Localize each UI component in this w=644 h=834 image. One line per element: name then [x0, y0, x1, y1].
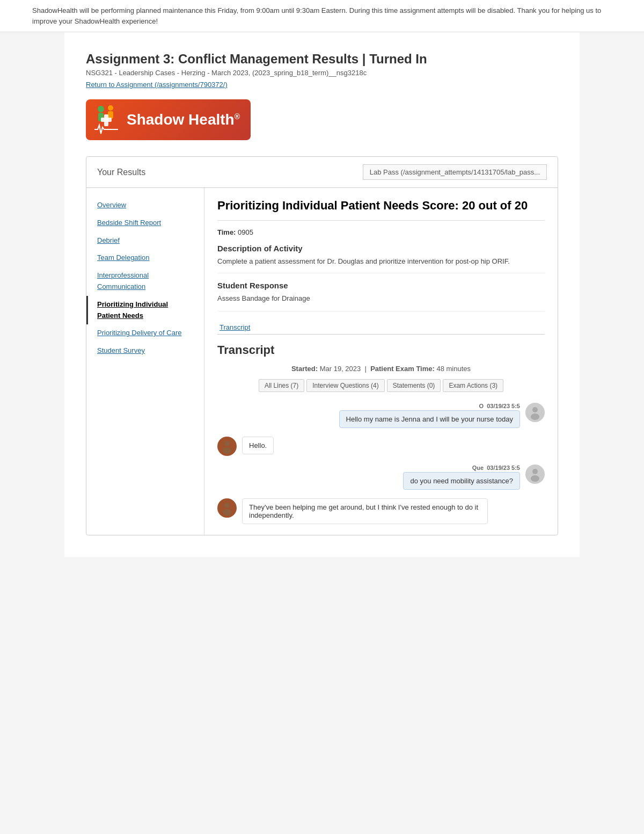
- svg-point-0: [98, 106, 104, 112]
- transcript-tab[interactable]: Transcript: [217, 320, 252, 335]
- filter-buttons: All Lines (7) Interview Questions (4) St…: [217, 379, 545, 392]
- student-timestamp-1: 03/19/23 5:5: [487, 403, 520, 409]
- sidebar-item-student-survey[interactable]: Student Survey: [86, 342, 204, 360]
- student-avatar-2: [525, 465, 545, 484]
- results-card: Your Results Lab Pass (/assignment_attem…: [86, 156, 558, 535]
- svg-point-8: [224, 441, 230, 446]
- results-header: Your Results Lab Pass (/assignment_attem…: [86, 157, 558, 188]
- transcript-meta: Started: Mar 19, 2023 | Patient Exam Tim…: [217, 365, 545, 373]
- student-o-label: O: [479, 403, 484, 409]
- course-subtitle: NSG321 - Leadership Cases - Herzing - Ma…: [86, 69, 558, 77]
- patient-bubble-wrapper-2: They've been helping me get around, but …: [242, 498, 488, 524]
- sidebar-item-team-delegation[interactable]: Team Delegation: [86, 249, 204, 267]
- chat-container: O 03/19/23 5:5 Hello my name is Jenna an…: [217, 403, 545, 524]
- lab-pass-link[interactable]: Lab Pass (/assignment_attempts/14131705/…: [363, 164, 547, 180]
- results-body: Overview Bedside Shift Report Debrief Te…: [86, 188, 558, 535]
- maintenance-banner: ShadowHealth will be performing planned …: [0, 0, 644, 32]
- patient-avatar-icon-1: [219, 439, 235, 454]
- student-timestamp-2: 03/19/23 5:5: [487, 465, 520, 471]
- logo-icon: [90, 104, 122, 136]
- patient-bubble-wrapper-1: Hello.: [242, 437, 274, 454]
- chat-row-student-1: O 03/19/23 5:5 Hello my name is Jenna an…: [217, 403, 545, 428]
- que-label: Que: [472, 465, 484, 471]
- patient-avatar-2: [217, 498, 237, 518]
- time-value: 0905: [238, 228, 253, 236]
- student-bubble-wrapper-1: O 03/19/23 5:5 Hello my name is Jenna an…: [339, 403, 520, 428]
- time-label-text: Time:: [217, 228, 236, 236]
- student-label-1: O 03/19/23 5:5: [479, 403, 520, 409]
- patient-chat-bubble-2: They've been helping me get around, but …: [242, 498, 488, 524]
- main-content-area: Prioritizing Individual Patient Needs Sc…: [204, 188, 558, 535]
- student-chat-bubble-1: Hello my name is Jenna and I will be you…: [339, 410, 520, 428]
- chat-row-patient-2: They've been helping me get around, but …: [217, 498, 545, 524]
- svg-point-9: [223, 447, 231, 454]
- patient-avatar-1: [217, 437, 237, 456]
- svg-point-7: [531, 414, 539, 420]
- exam-time-label: Patient Exam Time:: [370, 365, 435, 373]
- your-results-title: Your Results: [97, 168, 145, 177]
- student-response-title: Student Response: [217, 281, 545, 290]
- filter-exam-actions[interactable]: Exam Actions (3): [443, 379, 503, 392]
- svg-point-11: [531, 475, 539, 482]
- started-label: Started:: [291, 365, 318, 373]
- sidebar-item-bedside-shift-report[interactable]: Bedside Shift Report: [86, 214, 204, 232]
- assignment-title: Assignment 3: Conflict Management Result…: [86, 52, 558, 67]
- sidebar-item-overview[interactable]: Overview: [86, 197, 204, 214]
- student-avatar-1: [525, 403, 545, 422]
- svg-point-12: [224, 503, 230, 508]
- student-response-text: Assess Bandage for Drainage: [217, 294, 545, 311]
- logo-container: Shadow Health®: [86, 99, 558, 140]
- started-date: Mar 19, 2023: [320, 365, 361, 373]
- score-heading: Prioritizing Individual Patient Needs Sc…: [217, 199, 545, 221]
- student-bubble-wrapper-2: Que 03/19/23 5:5 do you need mobility as…: [403, 465, 520, 490]
- transcript-heading: Transcript: [217, 343, 545, 357]
- filter-interview-questions[interactable]: Interview Questions (4): [306, 379, 384, 392]
- filter-all-lines[interactable]: All Lines (7): [259, 379, 304, 392]
- description-activity-title: Description of Activity: [217, 244, 545, 253]
- svg-point-13: [223, 509, 231, 516]
- sidebar-item-prioritizing-individual-patient-needs[interactable]: Prioritizing Individual Patient Needs: [86, 296, 204, 325]
- sidebar-item-prioritizing-delivery-of-care[interactable]: Prioritizing Delivery of Care: [86, 324, 204, 342]
- return-to-assignment-link[interactable]: Return to Assignment (/assignments/79037…: [86, 81, 228, 89]
- student-label-2: Que 03/19/23 5:5: [472, 465, 520, 471]
- chat-row-patient-1: Hello.: [217, 437, 545, 456]
- maintenance-text: ShadowHealth will be performing planned …: [32, 6, 601, 25]
- exam-time-value: 48 minutes: [436, 365, 471, 373]
- patient-avatar-icon-2: [219, 501, 235, 516]
- student-chat-bubble-2: do you need mobility assistance?: [403, 472, 520, 490]
- results-sidebar: Overview Bedside Shift Report Debrief Te…: [86, 188, 204, 535]
- svg-point-6: [532, 407, 538, 412]
- student-avatar-icon-1: [528, 405, 543, 420]
- svg-point-2: [108, 105, 113, 111]
- time-label: Time: 0905: [217, 228, 545, 236]
- transcript-tab-bar: Transcript: [217, 320, 545, 335]
- sidebar-item-debrief[interactable]: Debrief: [86, 232, 204, 250]
- student-avatar-icon-2: [528, 467, 543, 482]
- description-activity-text: Complete a patient assessment for Dr. Do…: [217, 257, 545, 273]
- shadow-health-logo: Shadow Health®: [86, 99, 251, 140]
- chat-row-student-2: Que 03/19/23 5:5 do you need mobility as…: [217, 465, 545, 490]
- logo-name-text: Shadow Health: [127, 111, 235, 128]
- filter-statements[interactable]: Statements (0): [387, 379, 441, 392]
- logo-reg: ®: [235, 112, 240, 121]
- svg-rect-3: [108, 111, 113, 119]
- patient-chat-bubble-1: Hello.: [242, 437, 274, 454]
- logo-text: Shadow Health®: [127, 111, 240, 128]
- sidebar-item-interprofessional-communication[interactable]: Interprofessional Communication: [86, 267, 204, 296]
- transcript-section: Transcript Started: Mar 19, 2023 | Patie…: [217, 343, 545, 524]
- svg-rect-5: [101, 118, 112, 122]
- svg-point-10: [532, 469, 538, 474]
